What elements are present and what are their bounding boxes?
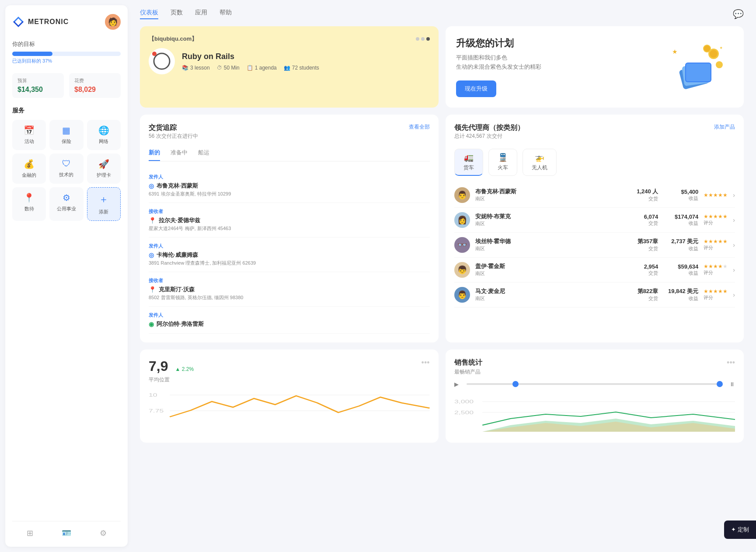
svg-text:2,500: 2,500 [454, 410, 474, 415]
agent-row-3: 👓 埃丝特·霍华德 南区 第357章 交货 2,737 美元 收益 ★★★★★ … [454, 233, 735, 258]
agent-info-3: 埃丝特·霍华德 南区 [475, 238, 623, 252]
train-icon: 🚆 [498, 153, 508, 162]
svg-point-9 [716, 61, 723, 68]
avg-position-chart: 10 7.75 [149, 391, 430, 426]
budget-row: 预算 $14,350 花费 $8,029 [12, 73, 121, 98]
nav-dashboard[interactable]: 仪表板 [140, 9, 158, 19]
service-reception[interactable]: 📍 数待 [12, 187, 46, 221]
course-meta: 📚 3 lesson ⏱ 50 Min 📋 1 agenda 👥 [182, 65, 430, 71]
svg-point-0 [154, 53, 170, 69]
dot-3 [426, 37, 430, 41]
agent-info-1: 布鲁克林·西蒙斯 南区 [475, 188, 623, 202]
agent-rating-1: ★★★★★ [704, 192, 728, 198]
range-handle-right[interactable] [717, 381, 723, 387]
upgrade-description: 平面描图和我们多色 生动的未混合紫色头发女士的精彩 [456, 53, 541, 72]
avg-position-more-icon[interactable]: ••• [422, 358, 430, 367]
service-activity[interactable]: 📅 活动 [12, 120, 46, 150]
receiver2-pin-icon: 📍 [149, 286, 156, 293]
public-icon: ⚙ [63, 192, 70, 203]
agent-stat-5: 第822章 交货 [627, 287, 658, 302]
course-lessons: 📚 3 lesson [182, 65, 210, 71]
add-product-button[interactable]: 添加产品 [714, 123, 735, 131]
avg-position-change: ▲ 2.2% [175, 366, 194, 372]
agent-tabs: 🚛 货车 🚆 火车 🚁 无人机 [454, 149, 735, 176]
drone-icon: 🚁 [535, 153, 544, 162]
service-nursing[interactable]: 🚀 护理卡 [87, 154, 121, 184]
avatar[interactable]: 🧑 [105, 14, 121, 30]
network-icon: 🌐 [98, 125, 109, 136]
card-icon[interactable]: 🪪 [62, 528, 71, 538]
nav-pages[interactable]: 页数 [171, 9, 183, 19]
agent-arrow-1[interactable]: › [733, 192, 735, 199]
agent-arrow-2[interactable]: › [733, 217, 735, 224]
sales-range-slider: ▶ ⏸ [454, 381, 735, 388]
course-body: Ruby on Rails 📚 3 lesson ⏱ 50 Min 📋 1 [149, 48, 430, 74]
logo-icon [12, 16, 24, 28]
range-pause-icon[interactable]: ⏸ [726, 381, 735, 388]
delivery-tabs: 新的 准备中 船运 [149, 149, 430, 161]
avg-position-card: 7,9 ▲ 2.2% 平均位置 ••• 10 7.75 [140, 349, 439, 443]
nav-links: 仪表板 页数 应用 帮助 [140, 9, 232, 19]
tab-preparing[interactable]: 准备中 [171, 149, 188, 161]
agent-tab-drone[interactable]: 🚁 无人机 [523, 149, 557, 176]
upgrade-illustration: ★ ✦ [663, 41, 733, 93]
gear-icon[interactable]: ⚙ [100, 528, 107, 538]
agent-tab-truck[interactable]: 🚛 货车 [454, 149, 483, 176]
course-info: Ruby on Rails 📚 3 lesson ⏱ 50 Min 📋 1 [182, 52, 430, 71]
budget-value: $14,350 [17, 86, 59, 94]
service-public[interactable]: ⚙ 公用事业 [49, 187, 83, 221]
agent-money-5: 19,842 美元 收益 [663, 287, 698, 302]
insurance-icon: ▦ [62, 125, 70, 136]
stats-row: 7,9 ▲ 2.2% 平均位置 ••• 10 7.75 [133, 342, 751, 443]
agent-arrow-5[interactable]: › [733, 291, 735, 298]
expense-value: $8,029 [74, 86, 115, 94]
upgrade-card: 升级您的计划 平面描图和我们多色 生动的未混合紫色头发女士的精彩 现在升级 [446, 26, 744, 108]
reception-icon: 📍 [24, 192, 35, 203]
logo: METRONIC [12, 16, 69, 28]
service-reception-label: 数待 [24, 206, 34, 212]
sidebar: METRONIC 🧑 你的目标 已达到目标的 37% 预算 $14,350 花费… [5, 5, 128, 547]
agent-avatar-1: 👨 [454, 187, 470, 203]
agent-stat-3: 第357章 交货 [627, 238, 658, 252]
agent-tab-train[interactable]: 🚆 火车 [488, 149, 517, 176]
tab-shipping[interactable]: 船运 [198, 149, 209, 161]
budget-label: 预算 [17, 77, 59, 84]
agent-rating-3: ★★★★★ 评分 [704, 238, 728, 251]
sales-more-icon[interactable]: ••• [727, 358, 735, 367]
card-dots [416, 37, 430, 41]
chat-icon[interactable]: 💬 [733, 9, 744, 19]
course-title: Ruby on Rails [182, 52, 430, 61]
agent-arrow-3[interactable]: › [733, 241, 735, 248]
service-tech[interactable]: 🛡 技术的 [49, 154, 83, 184]
avg-position-label: 平均位置 [149, 376, 194, 384]
course-url: 【biqubiqu.com】 [149, 35, 197, 43]
upgrade-button[interactable]: 现在升级 [456, 80, 496, 97]
sales-chart: 3,000 2,500 [454, 395, 735, 434]
svg-point-6 [710, 50, 718, 58]
layers-icon[interactable]: ⊞ [27, 528, 33, 538]
nav-help[interactable]: 帮助 [219, 9, 232, 19]
service-network[interactable]: 🌐 网络 [87, 120, 121, 150]
sales-header: 销售统计 最畅销产品 ••• [454, 358, 735, 376]
range-play-icon[interactable]: ▶ [454, 381, 463, 388]
service-finance-label: 金融的 [22, 172, 36, 178]
expense-card: 花费 $8,029 [69, 73, 121, 98]
service-tech-label: 技术的 [59, 171, 73, 178]
sales-chart-svg: 3,000 2,500 [454, 395, 735, 434]
avg-position-value: 7,9 [149, 358, 168, 374]
range-track[interactable] [467, 383, 723, 385]
agent-avatar-3: 👓 [454, 237, 470, 253]
agent-rating-2: ★★★★★ 评分 [704, 213, 728, 226]
agent-stat-4: 2,954 交货 [627, 263, 658, 276]
delivery-view-all[interactable]: 查看全部 [409, 123, 430, 131]
course-card: 【biqubiqu.com】 Ruby on Rails [140, 26, 439, 108]
tab-new[interactable]: 新的 [149, 149, 160, 161]
agent-row-5: 👨 马文·麦金尼 南区 第822章 交货 19,842 美元 收益 ★★★★★ … [454, 283, 735, 307]
service-finance[interactable]: 💰 金融的 [12, 154, 46, 184]
range-handle-left[interactable] [512, 381, 519, 387]
agent-arrow-4[interactable]: › [733, 266, 735, 273]
customize-button[interactable]: ✦ 定制 [724, 521, 756, 539]
service-add[interactable]: ＋ 添新 [87, 187, 121, 221]
nav-apps[interactable]: 应用 [195, 9, 207, 19]
service-insurance[interactable]: ▦ 保险 [49, 120, 83, 150]
